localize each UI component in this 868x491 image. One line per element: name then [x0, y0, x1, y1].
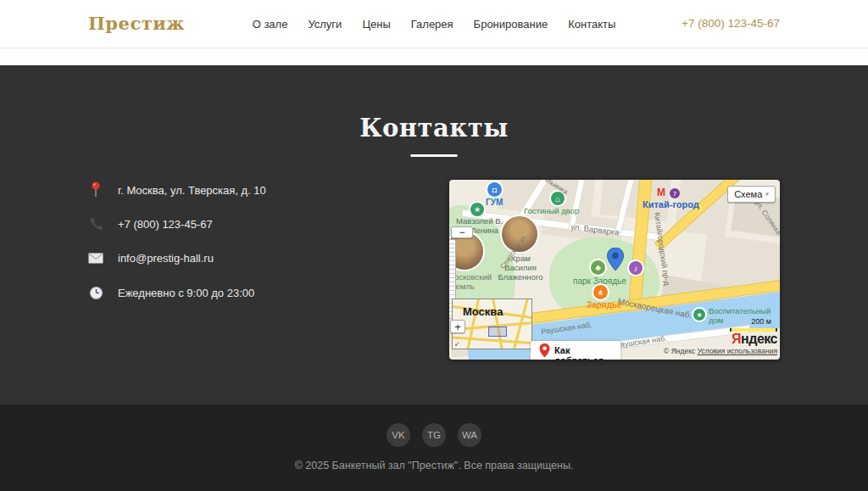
map-poi-music-icon[interactable]: ♪: [629, 261, 643, 275]
map-copyright: © Яндекс: [664, 347, 695, 355]
metro-line-badge: 7: [670, 188, 680, 198]
social-wa-button[interactable]: WA: [458, 423, 481, 447]
red-pin-icon: [539, 343, 550, 358]
map-directions-button[interactable]: Как добраться: [531, 341, 620, 360]
social-tg-button[interactable]: TG: [422, 423, 446, 447]
site-footer: VK TG WA © 2025 Банкетный зал "Престиж".…: [0, 405, 868, 491]
map-poi-food-icon[interactable]: ⋔: [593, 285, 608, 299]
header-bottom-strip: [0, 47, 868, 65]
site-header: Престиж О зале Услуги Цены Галерея Брони…: [0, 0, 868, 47]
contact-hours-row: Ежедневно с 9:00 до 23:00: [88, 283, 254, 302]
map-zoom-in-button[interactable]: +: [450, 320, 465, 333]
map-poi-gum-icon[interactable]: ◘: [487, 182, 502, 197]
contact-email-row: info@prestig-hall.ru: [88, 248, 214, 267]
nav-item-about[interactable]: О зале: [253, 18, 288, 31]
nav-item-gallery[interactable]: Галерея: [411, 18, 453, 31]
nav-item-services[interactable]: Услуги: [308, 18, 342, 31]
contact-email: info@prestig-hall.ru: [118, 252, 214, 265]
chevron-down-icon: ▾: [765, 191, 769, 198]
envelope-icon: [88, 249, 103, 266]
nav-item-contacts[interactable]: Контакты: [568, 18, 615, 31]
map-label-kitay-gorod: Китай-город: [643, 199, 699, 210]
map-attribution: © Яндекс Условия использования: [664, 347, 777, 355]
social-links: VK TG WA: [387, 423, 481, 447]
minimap-collapse-icon[interactable]: ↙: [454, 340, 460, 348]
contact-hours: Ежедневно с 9:00 до 23:00: [118, 287, 254, 299]
contact-address: г. Москва, ул. Тверская, д. 10: [118, 184, 266, 197]
map-poi-tree-icon[interactable]: ♣: [591, 260, 605, 275]
map-poi-mausoleum-icon[interactable]: ★: [470, 203, 484, 216]
contact-phone: +7 (800) 123-45-67: [118, 218, 213, 231]
copyright-text: © 2025 Банкетный зал "Престиж". Все прав…: [0, 460, 868, 471]
contacts-section: Контакты г. Москва, ул. Тверская, д. 10 …: [0, 65, 868, 405]
minimap-city-label: Москва: [463, 305, 503, 318]
nav-item-booking[interactable]: Бронирование: [474, 18, 548, 31]
social-vk-button[interactable]: VK: [387, 423, 410, 447]
map-marker-pin-icon[interactable]: [607, 248, 624, 271]
clock-icon: [88, 284, 103, 301]
minimap-viewport: [488, 326, 507, 337]
map-label-gum: ГУМ: [486, 198, 503, 208]
directions-label: Как добраться: [554, 345, 620, 360]
map-poi-vospitatelny-icon[interactable]: ★: [693, 309, 705, 321]
title-divider: [411, 154, 458, 157]
contact-phone-row: +7 (800) 123-45-67: [88, 215, 213, 233]
main-nav: О зале Услуги Цены Галерея Бронирование …: [253, 0, 616, 47]
map-zoom-out-button[interactable]: −: [451, 226, 473, 238]
site-logo[interactable]: Престиж: [88, 13, 185, 34]
map-label-gostiny-dvor: Гостиный двор: [524, 207, 579, 216]
header-phone-link[interactable]: +7 (800) 123-45-67: [682, 17, 780, 30]
location-pin-icon: [88, 181, 103, 198]
page-title: Контакты: [0, 114, 868, 142]
map-scale-label: 200 м: [751, 317, 771, 326]
phone-icon: [88, 215, 103, 232]
map-terms-link[interactable]: Условия использования: [698, 347, 777, 355]
nav-item-prices[interactable]: Цены: [362, 18, 390, 31]
contact-address-row: г. Москва, ул. Тверская, д. 10: [88, 181, 266, 199]
metro-icon: М: [657, 187, 665, 199]
yandex-map[interactable]: ◘ ГУМ ★ Мавзолей В. И. Ленина Храм Васил…: [449, 180, 780, 360]
map-type-selector[interactable]: Схема ▾: [727, 186, 776, 203]
yandex-logo: Яндекс: [732, 332, 777, 347]
